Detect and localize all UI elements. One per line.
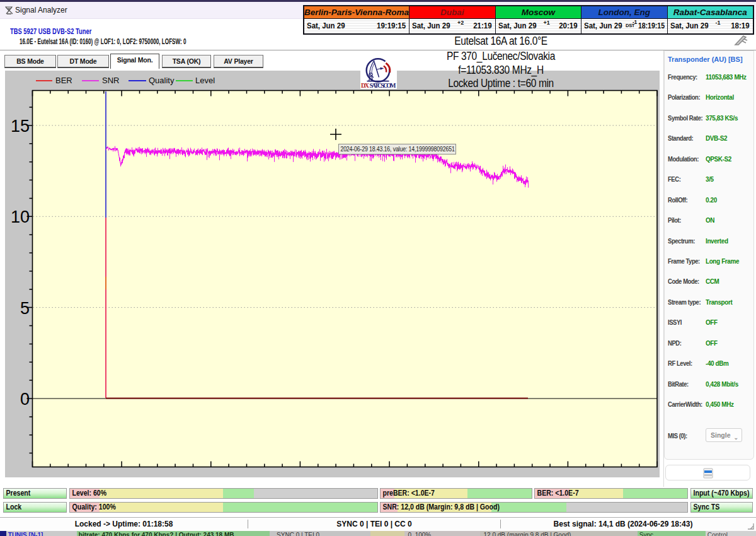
svg-text:0: 0 <box>20 390 30 409</box>
svg-text:DX: DX <box>361 82 370 89</box>
svg-text:5: 5 <box>20 299 30 318</box>
svg-text:SATCS.COM: SATCS.COM <box>370 82 397 89</box>
svg-text:15: 15 <box>11 117 30 136</box>
svg-text:10: 10 <box>11 207 30 226</box>
